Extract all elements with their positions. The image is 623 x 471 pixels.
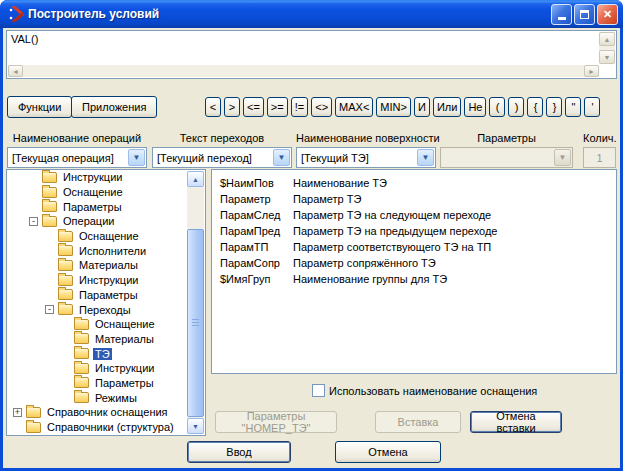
expression-text[interactable]: VAL() [8,32,598,64]
minimize-button[interactable] [551,4,572,25]
list-item[interactable]: ПарамТП Параметр соответствующего ТЭ на … [212,239,616,255]
folder-icon [74,363,89,374]
operator-button[interactable]: MAX< [335,97,373,117]
use-tooling-name-checkbox-row[interactable]: Использовать наименование оснащения [312,384,537,397]
list-item[interactable]: ПарамПред Параметр ТЭ на предыдущем пере… [212,223,616,239]
functions-button[interactable]: Функции [7,96,72,118]
tree-item-label[interactable]: Исполнители [77,245,148,257]
tree-scrollbar[interactable]: ▲ ▼ [187,171,204,434]
tree-item[interactable]: Материалы [7,332,187,347]
list-item[interactable]: ПарамСлед Параметр ТЭ на следующем перех… [212,207,616,223]
tree-item[interactable]: Параметры [7,199,187,214]
tree-item[interactable]: Параметры [7,288,187,303]
tree-scrollbar-thumb[interactable] [187,229,204,417]
list-item[interactable]: $НаимПов Наименование ТЭ [212,175,616,191]
list-item[interactable]: $ИмяГруп Наименование группы для ТЭ [212,271,616,287]
list-item[interactable]: ПарамСопр Параметр сопряжённого ТЭ [212,255,616,271]
tree-item-label[interactable]: Параметры [93,377,156,389]
scroll-up-icon[interactable]: ▲ [187,171,204,187]
tree-item-label[interactable]: ТЭ [93,348,112,360]
surfaces-combobox[interactable]: [Текущий ТЭ] ▼ [296,147,436,168]
operator-button[interactable]: <> [311,97,332,117]
operator-button[interactable]: " [565,97,581,117]
tree-item-label[interactable]: Инструкции [77,274,140,286]
scroll-right-icon[interactable]: ► [584,65,599,77]
tree-item-label[interactable]: Оснащение [61,186,125,198]
operator-button[interactable]: > [224,97,240,117]
folder-icon [74,319,89,330]
operator-button[interactable]: != [291,97,308,117]
tree-item-label[interactable]: Операции [61,215,116,227]
operator-button[interactable]: ) [508,97,524,117]
tree-item[interactable]: Режимы [7,390,187,405]
tree-item[interactable]: Операции [7,214,187,229]
tree-item[interactable]: Оснащение [7,229,187,244]
folder-icon [58,245,73,256]
cancel-insert-button[interactable]: Отмена вставки [470,411,562,433]
tree-expander-icon[interactable] [13,408,22,417]
tree-item-label[interactable]: Оснащение [77,230,141,242]
operations-combobox[interactable]: [Текущая операция] ▼ [7,147,147,168]
tree-item-label[interactable]: Параметры [77,289,140,301]
checkbox-label[interactable]: Использовать наименование оснащения [329,385,537,397]
tree-item[interactable]: Справочник оснащения [7,405,187,420]
variable-description: Наименование ТЭ [293,177,387,189]
tree-item[interactable]: Инструкции [7,170,187,185]
operator-button[interactable]: И [414,97,430,117]
cancel-button[interactable]: Отмена [335,441,441,463]
operator-button[interactable]: Или [433,97,461,117]
tree-expander-icon[interactable] [29,217,38,226]
scroll-up-icon[interactable]: ▲ [599,32,615,46]
title-bar[interactable]: Построитель условий ✕ [0,0,623,28]
tree-item[interactable]: Справочники (структура) [7,420,187,435]
tree-item-label[interactable]: Инструкции [93,362,156,374]
tree-item[interactable]: Инструкции [7,361,187,376]
transitions-combobox[interactable]: [Текущий переход] ▼ [152,147,292,168]
maximize-button[interactable] [574,4,595,25]
tree-item-label[interactable]: Режимы [93,392,139,404]
tree-item-label[interactable]: Инструкции [61,171,124,183]
applications-button[interactable]: Приложения [71,96,157,118]
maximize-icon [580,10,589,19]
quantity-field: 1 [583,147,616,168]
list-item[interactable]: Параметр Параметр ТЭ [212,191,616,207]
operator-button[interactable]: MIN> [376,97,411,117]
chevron-down-icon[interactable]: ▼ [128,149,145,166]
operator-button[interactable]: Не [464,97,486,117]
tree-item[interactable]: Оснащение [7,317,187,332]
expression-horizontal-scrollbar[interactable]: ◄ ► [8,65,599,77]
chevron-down-icon: ▼ [554,149,571,166]
chevron-down-icon[interactable]: ▼ [417,149,434,166]
scroll-down-icon[interactable]: ▼ [187,418,204,434]
scroll-down-icon[interactable]: ▼ [599,50,615,64]
operator-button[interactable]: < [205,97,221,117]
tree-item[interactable]: Оснащение [7,185,187,200]
tree-item[interactable]: Параметры [7,376,187,391]
operator-button[interactable]: ' [584,97,600,117]
tree-expander-icon[interactable] [45,305,54,314]
tree-item[interactable]: Инструкции [7,273,187,288]
tree-item[interactable]: Переходы [7,302,187,317]
expression-vertical-scrollbar[interactable]: ▲ ▼ [599,32,615,64]
operator-button[interactable]: ( [489,97,505,117]
tree-item[interactable]: Исполнители [7,243,187,258]
tree-item-label[interactable]: Оснащение [93,318,157,330]
operator-button[interactable]: { [527,97,543,117]
operator-button[interactable]: } [546,97,562,117]
operator-button[interactable]: <= [243,97,264,117]
ok-button[interactable]: Ввод [187,441,291,463]
tree-item-label[interactable]: Справочники (структура) [45,421,176,433]
scroll-left-icon[interactable]: ◄ [8,65,23,77]
tree-item[interactable]: ТЭ [7,346,187,361]
checkbox[interactable] [312,384,325,397]
expression-editor[interactable]: VAL() ▲ ▼ ◄ ► [6,30,617,79]
chevron-down-icon[interactable]: ▼ [273,149,290,166]
tree-item-label[interactable]: Справочник оснащения [45,406,170,418]
tree-item-label[interactable]: Материалы [93,333,156,345]
tree-item[interactable]: Материалы [7,258,187,273]
operator-button[interactable]: >= [267,97,288,117]
tree-item-label[interactable]: Материалы [77,259,140,271]
close-button[interactable]: ✕ [597,4,618,25]
tree-item-label[interactable]: Переходы [77,304,133,316]
tree-item-label[interactable]: Параметры [61,201,124,213]
